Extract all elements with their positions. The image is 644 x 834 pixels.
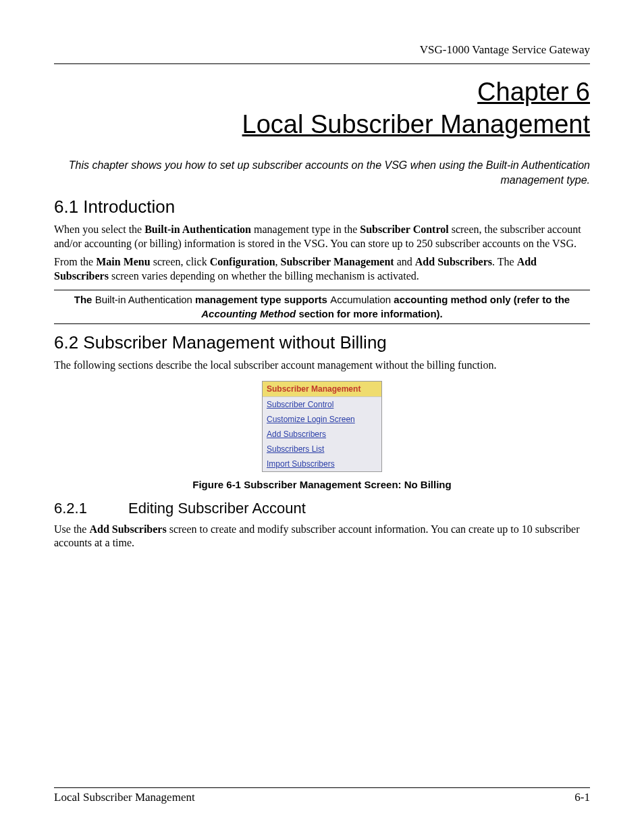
menu-item-subscriber-control[interactable]: Subscriber Control [263, 397, 381, 412]
menu-header: Subscriber Management [263, 382, 381, 397]
subsection-title: Editing Subscriber Account [128, 500, 306, 517]
section-6-1-paragraph-2: From the Main Menu screen, click Configu… [54, 255, 590, 284]
chapter-intro: This chapter shows you how to set up sub… [54, 158, 590, 187]
text-bold: Main Menu [96, 256, 150, 267]
menu-item-add-subscribers[interactable]: Add Subscribers [263, 427, 381, 442]
note-text-bold: accounting method only (refer to the [394, 294, 570, 305]
footer-divider: Local Subscriber Management 6-1 [54, 787, 590, 804]
section-6-2-1-heading: 6.2.1Editing Subscriber Account [54, 500, 590, 517]
note-text-bold: section for more information). [296, 308, 443, 319]
text-bold: Add Subscribers [415, 256, 492, 267]
chapter-title: Local Subscriber Management [54, 109, 590, 141]
text-bold: Built-in Authentication [144, 224, 251, 235]
text: When you select the [54, 224, 144, 235]
text-bold: Add Subscribers [89, 523, 166, 535]
header-divider [54, 63, 590, 64]
text: and [394, 256, 415, 267]
menu-item-customize-login-screen[interactable]: Customize Login Screen [263, 412, 381, 427]
section-6-1-heading: 6.1 Introduction [54, 197, 590, 217]
footer-page-number: 6-1 [574, 791, 590, 804]
menu-item-subscribers-list[interactable]: Subscribers List [263, 442, 381, 457]
text: . The [492, 256, 517, 267]
figure-6-1: Subscriber Management Subscriber Control… [54, 381, 590, 472]
text: Use the [54, 523, 89, 535]
section-6-1-paragraph-1: When you select the Built-in Authenticat… [54, 223, 590, 251]
note-text-bold: The [74, 294, 95, 305]
page: VSG-1000 Vantage Service Gateway Chapter… [0, 0, 644, 834]
page-footer: Local Subscriber Management 6-1 [54, 787, 590, 804]
note-text: Built-in Authentication [95, 294, 195, 305]
note-box: The Built-in Authentication management t… [54, 290, 590, 324]
text: screen, click [151, 256, 210, 267]
text: screen varies depending on whether the b… [109, 270, 419, 282]
page-header-right: VSG-1000 Vantage Service Gateway [54, 43, 590, 59]
section-6-2-heading: 6.2 Subscriber Management without Billin… [54, 332, 590, 353]
footer-left: Local Subscriber Management [54, 791, 195, 804]
section-6-2-paragraph-1: The following sections describe the loca… [54, 359, 590, 373]
text-bold: Configuration [210, 256, 275, 267]
text: From the [54, 256, 96, 267]
text-bold: Subscriber Control [360, 224, 448, 235]
text: management type in the [251, 224, 360, 235]
chapter-title-block: Chapter 6 Local Subscriber Management [54, 76, 590, 140]
note-text-bold: management type supports [195, 294, 330, 305]
text-bold: Subscriber Management [281, 256, 394, 267]
subscriber-management-menu: Subscriber Management Subscriber Control… [262, 381, 382, 472]
subsection-number: 6.2.1 [54, 500, 128, 517]
note-text-bold-italic: Accounting Method [201, 308, 296, 319]
menu-item-import-subscribers[interactable]: Import Subscribers [263, 457, 381, 471]
figure-6-1-caption: Figure 6-1 Subscriber Management Screen:… [54, 479, 590, 490]
section-6-2-1-paragraph-1: Use the Add Subscribers screen to create… [54, 523, 590, 551]
text: , [275, 256, 281, 267]
chapter-number: Chapter 6 [54, 76, 590, 109]
note-text: Accumulation [330, 294, 394, 305]
